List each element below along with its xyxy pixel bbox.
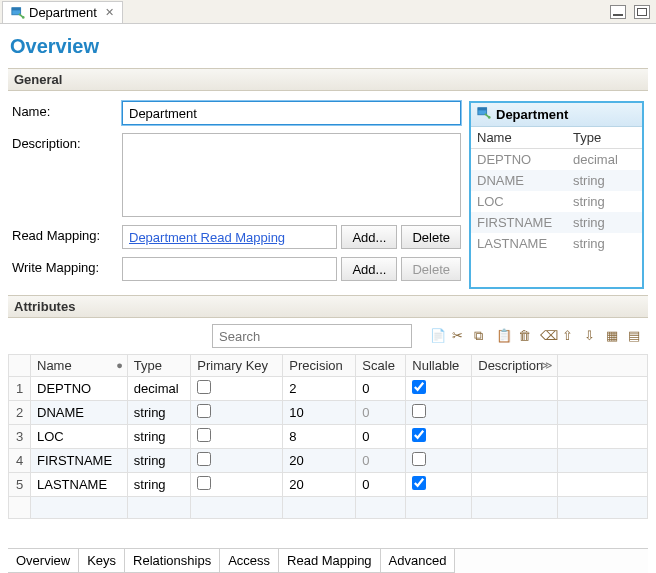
col-primary-key[interactable]: Primary Key — [191, 355, 283, 377]
cell-name[interactable]: DNAME — [31, 401, 128, 425]
move-down-icon[interactable]: ⇩ — [584, 328, 600, 344]
table-row[interactable]: 3LOCstring80 — [9, 425, 648, 449]
delete-icon[interactable]: 🗑 — [518, 328, 534, 344]
cell-description[interactable] — [472, 449, 558, 473]
bottom-tab-advanced[interactable]: Advanced — [380, 549, 456, 573]
minimize-button[interactable] — [610, 5, 626, 19]
description-input[interactable] — [122, 133, 461, 217]
cell-type[interactable]: string — [127, 449, 190, 473]
cell-nullable[interactable] — [406, 377, 472, 401]
cell-pk[interactable] — [191, 473, 283, 497]
nullable-checkbox[interactable] — [412, 428, 426, 442]
cell-precision[interactable]: 8 — [283, 425, 356, 449]
bottom-tab-relationships[interactable]: Relationships — [124, 549, 220, 573]
pk-checkbox[interactable] — [197, 380, 211, 394]
cell-description[interactable] — [472, 401, 558, 425]
sidepanel-row[interactable]: DNAMEstring — [471, 170, 642, 191]
col-nullable[interactable]: Nullable — [406, 355, 472, 377]
pk-checkbox[interactable] — [197, 476, 211, 490]
cell-name[interactable]: LASTNAME — [31, 473, 128, 497]
cell-precision[interactable]: 20 — [283, 473, 356, 497]
nullable-checkbox[interactable] — [412, 452, 426, 466]
bottom-tab-keys[interactable]: Keys — [78, 549, 125, 573]
move-up-icon[interactable]: ⇧ — [562, 328, 578, 344]
cell-type[interactable]: string — [127, 401, 190, 425]
cell-type[interactable]: string — [127, 425, 190, 449]
table-row[interactable]: 4FIRSTNAMEstring200 — [9, 449, 648, 473]
cell-name[interactable]: DEPTNO — [31, 377, 128, 401]
read-mapping-delete-button[interactable]: Delete — [401, 225, 461, 249]
cell-nullable[interactable] — [406, 449, 472, 473]
cell-description[interactable] — [472, 425, 558, 449]
cell-precision[interactable]: 10 — [283, 401, 356, 425]
bottom-tab-access[interactable]: Access — [219, 549, 279, 573]
sidepanel-row[interactable]: LASTNAMEstring — [471, 233, 642, 254]
cell-scale[interactable]: 0 — [356, 377, 406, 401]
cell-pk[interactable] — [191, 377, 283, 401]
table-row[interactable]: 2DNAMEstring100 — [9, 401, 648, 425]
copy-icon[interactable]: ⧉ — [474, 328, 490, 344]
read-mapping-field[interactable]: Department Read Mapping — [122, 225, 337, 249]
close-icon[interactable]: ✕ — [105, 6, 114, 19]
col-name[interactable]: Name● — [31, 355, 128, 377]
cell-nullable[interactable] — [406, 401, 472, 425]
pk-checkbox[interactable] — [197, 428, 211, 442]
side-col-name[interactable]: Name — [471, 127, 567, 148]
cell-rownum: 2 — [9, 401, 31, 425]
name-input[interactable] — [122, 101, 461, 125]
attributes-search-input[interactable] — [212, 324, 412, 348]
cell-pk[interactable] — [191, 425, 283, 449]
bottom-tab-overview[interactable]: Overview — [8, 549, 79, 573]
cell-type[interactable]: decimal — [127, 377, 190, 401]
nullable-checkbox[interactable] — [412, 404, 426, 418]
col-type[interactable]: Type — [127, 355, 190, 377]
table-row-empty[interactable] — [9, 497, 648, 519]
pk-checkbox[interactable] — [197, 404, 211, 418]
read-mapping-link[interactable]: Department Read Mapping — [129, 230, 285, 245]
maximize-button[interactable] — [634, 5, 650, 19]
cell-rownum: 5 — [9, 473, 31, 497]
col-description[interactable]: Description ≫ — [472, 355, 558, 377]
new-icon[interactable]: 📄 — [430, 328, 446, 344]
table-row[interactable]: 1DEPTNOdecimal20 — [9, 377, 648, 401]
nullable-checkbox[interactable] — [412, 380, 426, 394]
read-mapping-add-button[interactable]: Add... — [341, 225, 397, 249]
cell-scale[interactable]: 0 — [356, 473, 406, 497]
cell-nullable[interactable] — [406, 473, 472, 497]
sidepanel-row[interactable]: FIRSTNAMEstring — [471, 212, 642, 233]
write-mapping-field[interactable] — [122, 257, 337, 281]
grid-view2-icon[interactable]: ▤ — [628, 328, 644, 344]
cell-name[interactable]: FIRSTNAME — [31, 449, 128, 473]
cut-icon[interactable]: ✂ — [452, 328, 468, 344]
cell-name[interactable]: LOC — [31, 425, 128, 449]
paste-icon[interactable]: 📋 — [496, 328, 512, 344]
more-columns-icon[interactable]: ≫ — [541, 359, 553, 372]
col-precision[interactable]: Precision — [283, 355, 356, 377]
cell-precision[interactable]: 2 — [283, 377, 356, 401]
cell-scale[interactable]: 0 — [356, 425, 406, 449]
cell-description[interactable] — [472, 377, 558, 401]
cell-precision[interactable]: 20 — [283, 449, 356, 473]
write-mapping-add-button[interactable]: Add... — [341, 257, 397, 281]
nullable-checkbox[interactable] — [412, 476, 426, 490]
sidepanel-row[interactable]: DEPTNOdecimal — [471, 149, 642, 170]
editor-tab-department[interactable]: Department ✕ — [2, 1, 123, 23]
cell-scale[interactable]: 0 — [356, 449, 406, 473]
cell-pk[interactable] — [191, 401, 283, 425]
cell-scale[interactable]: 0 — [356, 401, 406, 425]
pk-checkbox[interactable] — [197, 452, 211, 466]
clear-icon[interactable]: ⌫ — [540, 328, 556, 344]
section-header-general: General — [8, 68, 648, 91]
cell-pk[interactable] — [191, 449, 283, 473]
write-mapping-label: Write Mapping: — [12, 257, 122, 275]
sidepanel-row[interactable]: LOCstring — [471, 191, 642, 212]
bottom-tab-read-mapping[interactable]: Read Mapping — [278, 549, 381, 573]
col-scale[interactable]: Scale — [356, 355, 406, 377]
cell-nullable[interactable] — [406, 425, 472, 449]
cell-type[interactable]: string — [127, 473, 190, 497]
table-row[interactable]: 5LASTNAMEstring200 — [9, 473, 648, 497]
attributes-table[interactable]: Name● Type Primary Key Precision Scale N… — [8, 354, 648, 519]
side-col-type[interactable]: Type — [567, 127, 642, 148]
grid-view1-icon[interactable]: ▦ — [606, 328, 622, 344]
cell-description[interactable] — [472, 473, 558, 497]
